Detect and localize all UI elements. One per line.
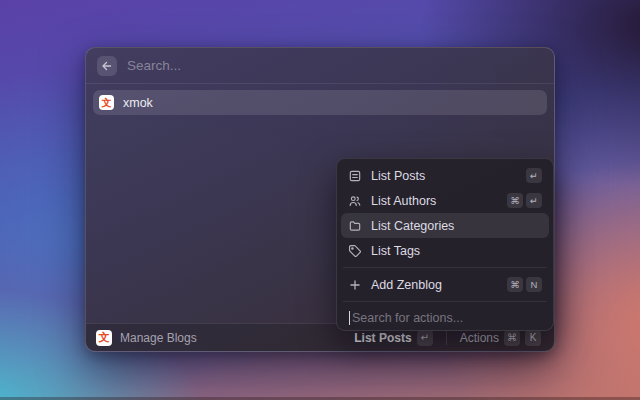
cmd-key-badge: ⌘ xyxy=(504,330,520,346)
arrow-left-icon xyxy=(101,60,113,72)
people-icon xyxy=(348,194,362,208)
panel-divider xyxy=(343,301,547,302)
return-key-badge: ↵ xyxy=(526,193,542,208)
k-key-badge: K xyxy=(525,330,541,346)
actions-panel: List Posts ↵ List Authors ⌘ ↵ List Categ… xyxy=(336,158,554,331)
list-item-xmok[interactable]: 文 xmok xyxy=(93,90,547,115)
action-item-list-authors[interactable]: List Authors ⌘ ↵ xyxy=(341,188,549,213)
list-icon xyxy=(348,169,362,183)
plus-icon xyxy=(348,278,362,292)
actions-label: Actions xyxy=(460,331,499,345)
cmd-key-badge: ⌘ xyxy=(507,193,523,208)
return-key-badge: ↵ xyxy=(417,330,433,346)
action-label: List Posts xyxy=(371,169,425,183)
result-list: 文 xmok xyxy=(86,84,554,121)
action-label: List Categories xyxy=(371,219,454,233)
action-label: List Authors xyxy=(371,194,436,208)
result-title: xmok xyxy=(123,96,153,110)
cmd-key-badge: ⌘ xyxy=(507,277,523,292)
action-item-list-categories[interactable]: List Categories xyxy=(341,213,549,238)
action-item-list-tags[interactable]: List Tags xyxy=(341,238,549,263)
footer-separator xyxy=(446,331,447,345)
zenblog-logo-icon: 文 xyxy=(99,95,114,110)
zenblog-logo-icon: 文 xyxy=(96,330,112,346)
n-key-badge: N xyxy=(526,277,542,292)
action-label: Add Zenblog xyxy=(371,278,442,292)
search-bar xyxy=(86,48,554,84)
action-label: List Tags xyxy=(371,244,420,258)
primary-action-label: List Posts xyxy=(354,331,411,345)
action-item-list-posts[interactable]: List Posts ↵ xyxy=(341,163,549,188)
footer-app-label: Manage Blogs xyxy=(120,331,197,345)
folder-icon xyxy=(348,219,362,233)
actions-search-input[interactable] xyxy=(349,311,541,325)
search-input[interactable] xyxy=(127,58,543,73)
actions-search-wrap xyxy=(341,306,549,330)
text-cursor xyxy=(349,311,350,325)
tag-icon xyxy=(348,244,362,258)
back-button[interactable] xyxy=(97,56,117,76)
return-key-badge: ↵ xyxy=(526,168,542,183)
panel-divider xyxy=(343,267,547,268)
action-item-add-zenblog[interactable]: Add Zenblog ⌘ N xyxy=(341,272,549,297)
